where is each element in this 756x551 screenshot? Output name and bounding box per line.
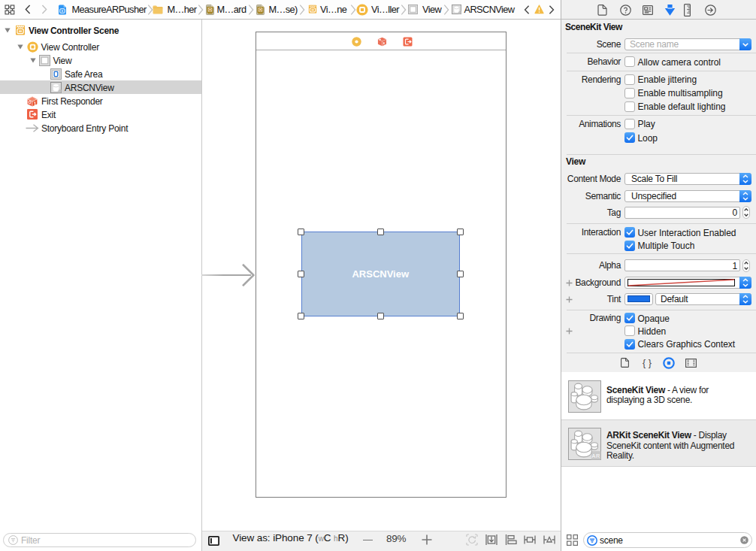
svg-text:AR: AR xyxy=(592,453,600,459)
